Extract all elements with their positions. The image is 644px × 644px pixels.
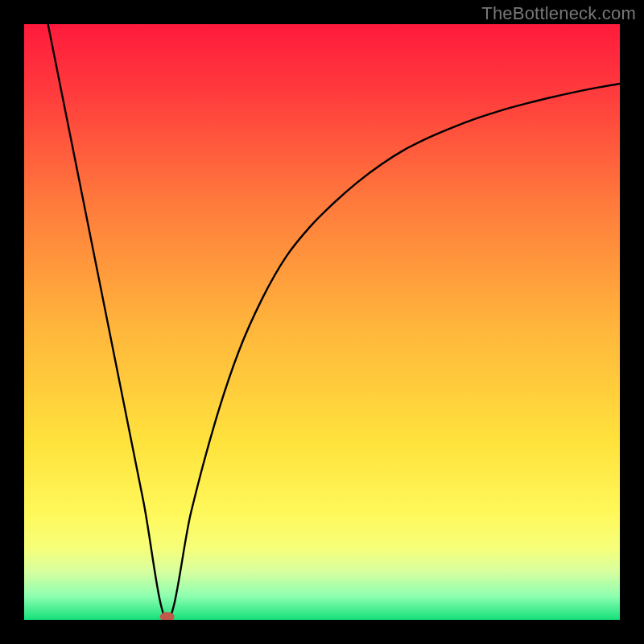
gradient-background <box>24 24 620 620</box>
chart-frame: TheBottleneck.com <box>0 0 644 644</box>
plot-area <box>24 24 620 620</box>
chart-svg <box>24 24 620 620</box>
watermark-text: TheBottleneck.com <box>481 3 636 24</box>
